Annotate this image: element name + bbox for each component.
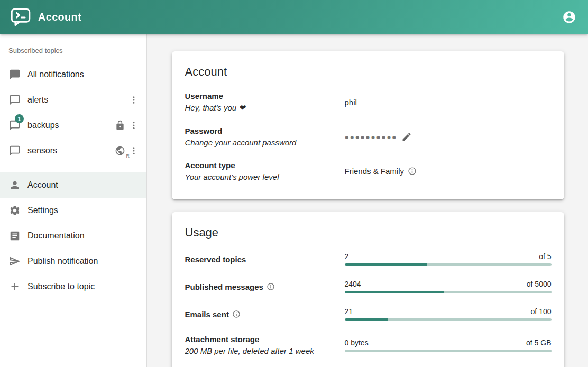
topic-label: backups: [27, 121, 112, 130]
ntfy-logo-icon: [11, 8, 31, 26]
topic-menu-button[interactable]: [126, 118, 141, 133]
topic-label: sensors: [27, 146, 112, 155]
account-type-row: Account type Your account's power level …: [185, 161, 552, 181]
usage-limit: of 5 GB: [526, 338, 551, 347]
account-menu-button[interactable]: [561, 8, 577, 25]
globe-icon: R: [114, 144, 126, 157]
usage-value: 2: [345, 252, 349, 261]
globe-reserved-sub: R: [126, 153, 130, 159]
usage-limit: of 5000: [527, 280, 552, 288]
attachment-storage-label: Attachment storage: [185, 335, 345, 344]
progress-bar: [345, 350, 552, 352]
pencil-icon: [401, 132, 412, 142]
account-type-subtitle: Your account's power level: [185, 172, 345, 181]
progress-fill: [345, 318, 388, 321]
chat-bubble-outline-icon: [8, 94, 21, 106]
edit-password-button[interactable]: [401, 132, 412, 142]
emails-sent-label: Emails sent: [185, 310, 229, 319]
subscribed-topics-label: Subscribed topics: [0, 38, 146, 62]
progress-bar: [345, 318, 552, 321]
sidebar-item-subscribe-to-topic[interactable]: Subscribe to topic: [0, 274, 146, 299]
chat-bubble-filled-icon: [8, 68, 21, 81]
reserved-topics-label: Reserved topics: [185, 255, 345, 264]
sidebar-item-publish-notification[interactable]: Publish notification: [0, 249, 146, 274]
published-messages-label: Published messages: [185, 282, 263, 291]
password-label: Password: [185, 126, 345, 135]
info-icon[interactable]: [267, 282, 275, 291]
account-type-label: Account type: [185, 161, 345, 170]
emails-sent-row: Emails sent 21 of 100: [185, 307, 552, 321]
sidebar-item-documentation[interactable]: Documentation: [0, 223, 146, 249]
account-card-title: Account: [185, 65, 552, 79]
send-icon: [8, 255, 21, 268]
account-circle-icon: [562, 10, 576, 24]
password-row: Password Change your account password ●●…: [185, 126, 552, 147]
attachment-storage-row: Attachment storage 200 MB per file, dele…: [185, 335, 552, 355]
published-messages-row: Published messages 2404 of 5000: [185, 280, 552, 293]
published-messages-meter: 2404 of 5000: [345, 280, 552, 293]
sidebar-item-all-notifications[interactable]: All notifications: [0, 62, 146, 87]
sidebar-divider: [0, 168, 146, 168]
reserved-topics-meter: 2 of 5: [345, 252, 552, 266]
progress-fill: [345, 291, 444, 293]
page-title: Account: [38, 11, 561, 23]
nav-label: Settings: [27, 206, 141, 215]
gear-icon: [8, 204, 21, 217]
reserved-topics-row: Reserved topics 2 of 5: [185, 252, 552, 266]
username-label: Username: [185, 91, 345, 100]
attachment-storage-meter: 0 bytes of 5 GB: [345, 338, 552, 352]
usage-value: 2404: [345, 280, 361, 288]
plus-icon: [8, 280, 21, 293]
password-subtitle: Change your account password: [185, 138, 345, 147]
sidebar-item-settings[interactable]: Settings: [0, 198, 146, 223]
unread-count-badge: 1: [15, 114, 24, 123]
attachment-storage-subtitle: 200 MB per file, deleted after 1 week: [185, 346, 345, 355]
sidebar-item-sensors[interactable]: sensors R: [0, 138, 146, 163]
password-masked-value: ●●●●●●●●●●: [345, 133, 398, 141]
account-type-value: Friends & Family: [345, 167, 405, 176]
topic-label: All notifications: [27, 70, 141, 79]
sidebar: Subscribed topics All notifications aler…: [0, 34, 147, 367]
chat-bubble-outline-icon: [8, 144, 21, 157]
article-icon: [8, 230, 21, 242]
nav-label: Publish notification: [27, 256, 141, 266]
usage-card-title: Usage: [185, 226, 552, 240]
account-card: Account Username Hey, that's you ❤ phil …: [172, 51, 564, 199]
usage-value: 0 bytes: [345, 338, 369, 347]
nav-label: Subscribe to topic: [27, 282, 141, 291]
progress-bar: [345, 263, 552, 266]
lock-icon: [114, 119, 126, 132]
app-bar: Account: [0, 0, 588, 34]
person-icon: [8, 179, 21, 191]
usage-limit: of 5: [539, 252, 551, 261]
topic-label: alerts: [27, 95, 126, 105]
info-icon[interactable]: [232, 310, 241, 318]
usage-limit: of 100: [531, 307, 552, 316]
usage-card: Usage Reserved topics 2 of 5 Published m…: [172, 212, 564, 367]
sidebar-item-backups[interactable]: 1 backups: [0, 113, 146, 138]
nav-label: Documentation: [27, 231, 141, 241]
username-subtitle: Hey, that's you ❤: [185, 103, 345, 113]
username-value: phil: [345, 98, 552, 107]
main-content: Account Username Hey, that's you ❤ phil …: [148, 34, 588, 367]
usage-value: 21: [345, 307, 353, 316]
progress-fill: [345, 263, 427, 266]
topic-menu-button[interactable]: [126, 93, 141, 107]
sidebar-item-alerts[interactable]: alerts: [0, 87, 146, 113]
sidebar-item-account[interactable]: Account: [0, 172, 146, 198]
progress-bar: [345, 291, 552, 293]
username-row: Username Hey, that's you ❤ phil: [185, 91, 552, 113]
nav-label: Account: [27, 180, 141, 190]
info-icon[interactable]: [408, 167, 417, 176]
emails-sent-meter: 21 of 100: [345, 307, 552, 321]
